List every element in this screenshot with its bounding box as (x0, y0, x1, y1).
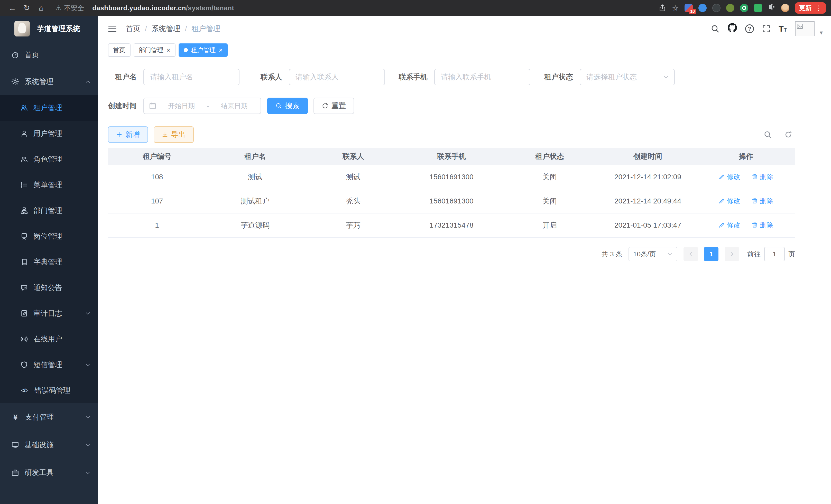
status-select[interactable]: 请选择租户状态 (580, 69, 675, 85)
browser-reload-icon[interactable]: ↻ (20, 0, 34, 16)
search-button-label: 搜索 (285, 101, 299, 111)
cell-contact: 芋艿 (304, 213, 402, 237)
font-size-icon[interactable]: T T (779, 25, 787, 32)
extension-adblock-icon[interactable]: 10 (685, 4, 693, 12)
sidebar-item-online-users[interactable]: 在线用户 (0, 326, 98, 352)
breadcrumb-system[interactable]: 系统管理 (152, 24, 180, 34)
hide-search-icon[interactable] (761, 128, 774, 141)
prev-page-button[interactable] (684, 247, 698, 261)
end-date-input[interactable]: 结束日期 (213, 101, 255, 111)
export-button[interactable]: 导出 (154, 126, 194, 143)
delete-link[interactable]: 删除 (752, 221, 773, 230)
date-range-picker[interactable]: 开始日期 - 结束日期 (143, 98, 261, 114)
edit-link[interactable]: 修改 (719, 221, 740, 230)
extension-dark-icon[interactable] (712, 4, 720, 12)
sidebar-item-system[interactable]: 系统管理 (0, 68, 98, 95)
goto-page-input[interactable] (764, 247, 785, 261)
fullscreen-icon[interactable] (762, 25, 770, 33)
page-number-current[interactable]: 1 (704, 247, 718, 261)
extensions-puzzle-icon[interactable] (768, 3, 775, 13)
tab-dept[interactable]: 部门管理 × (134, 43, 175, 57)
chevron-up-icon (85, 79, 91, 85)
calendar-icon (149, 102, 156, 110)
contact-input[interactable] (289, 69, 385, 85)
sidebar-item-dev-tools[interactable]: 研发工具 (0, 459, 98, 486)
browser-back-icon[interactable]: ← (5, 0, 20, 16)
sidebar-toggle-icon[interactable] (108, 25, 117, 33)
download-icon (162, 131, 168, 138)
column-header-contact: 联系人 (304, 148, 402, 165)
next-page-button[interactable] (725, 247, 739, 261)
delete-link[interactable]: 删除 (752, 197, 773, 206)
sidebar-item-home[interactable]: 首页 (0, 41, 98, 68)
user-avatar[interactable] (795, 21, 814, 36)
table-row: 108 测试 测试 15601691300 关闭 2021-12-14 21:0… (108, 165, 795, 189)
sidebar-item-infrastructure[interactable]: 基础设施 (0, 431, 98, 459)
users-icon (21, 156, 28, 163)
reset-button[interactable]: 重置 (314, 98, 354, 114)
sidebar-item-label: 基础设施 (25, 440, 79, 450)
share-icon[interactable] (659, 4, 666, 12)
sidebar-item-tenant[interactable]: 租户管理 (0, 95, 98, 121)
sidebar-item-menu[interactable]: 菜单管理 (0, 172, 98, 198)
browser-update-button[interactable]: 更新 ⋮ (795, 2, 826, 13)
edit-link[interactable]: 修改 (719, 197, 740, 206)
trash-icon (752, 198, 758, 204)
close-icon[interactable]: × (219, 47, 223, 53)
table-row: 1 芋道源码 芋艿 17321315478 开启 2021-01-05 17:0… (108, 213, 795, 237)
toolbar-right-icons (761, 128, 795, 141)
sidebar-item-label: 系统管理 (25, 77, 79, 87)
address-bar[interactable]: dashboard.yudao.iocoder.cn /system/tenan… (92, 4, 652, 12)
delete-link[interactable]: 删除 (752, 172, 773, 181)
sidebar-item-dict[interactable]: 字典管理 (0, 249, 98, 275)
breadcrumb-home[interactable]: 首页 (126, 24, 140, 34)
sidebar-item-sms[interactable]: 短信管理 (0, 352, 98, 378)
app-logo[interactable]: 芋道管理系统 (0, 16, 98, 41)
page-size-select[interactable]: 10条/页 (629, 247, 677, 261)
tab-tenant-active[interactable]: 租户管理 × (179, 43, 228, 57)
tab-home[interactable]: 首页 (108, 43, 131, 57)
url-path: /system/tenant (186, 4, 234, 12)
sidebar-item-post[interactable]: 岗位管理 (0, 224, 98, 249)
refresh-table-icon[interactable] (782, 128, 795, 141)
sidebar-item-error-code[interactable]: </> 错误码管理 (0, 378, 98, 403)
bookmark-star-icon[interactable]: ☆ (672, 4, 679, 12)
sidebar-item-payment[interactable]: ¥ 支付管理 (0, 403, 98, 431)
extension-green-icon[interactable] (740, 4, 748, 12)
table-header-row: 租户编号 租户名 联系人 联系手机 租户状态 创建时间 操作 (108, 148, 795, 165)
profile-avatar[interactable] (781, 4, 790, 12)
app-title: 芋道管理系统 (37, 24, 80, 34)
users-icon (21, 104, 28, 112)
sidebar-item-notice[interactable]: 通知公告 (0, 275, 98, 301)
extension-green-square-icon[interactable] (754, 4, 762, 12)
active-dot (184, 48, 188, 52)
caret-down-icon[interactable]: ▾ (820, 29, 823, 36)
search-button[interactable]: 搜索 (267, 98, 308, 114)
extension-pin-icon[interactable] (698, 4, 707, 12)
extension-olive-icon[interactable] (726, 4, 735, 12)
chevron-down-icon (85, 414, 91, 420)
sidebar-item-dept[interactable]: 部门管理 (0, 198, 98, 224)
edit-link[interactable]: 修改 (719, 172, 740, 181)
help-icon[interactable]: ? (745, 24, 754, 33)
start-date-input[interactable]: 开始日期 (160, 101, 203, 111)
filter-tenant-name: 租户名 (108, 69, 239, 85)
phone-input[interactable] (434, 69, 531, 85)
sidebar-item-audit-log[interactable]: 审计日志 (0, 301, 98, 326)
browser-home-icon[interactable]: ⌂ (34, 0, 48, 16)
range-separator: - (207, 102, 209, 110)
search-icon[interactable] (711, 24, 719, 33)
close-icon[interactable]: × (167, 47, 170, 53)
sidebar-item-role[interactable]: 角色管理 (0, 146, 98, 172)
sidebar-item-label: 短信管理 (33, 360, 79, 369)
github-icon[interactable] (728, 23, 737, 34)
warning-icon: ⚠ (56, 4, 61, 12)
add-button[interactable]: 新增 (108, 126, 148, 143)
sidebar-item-user[interactable]: 用户管理 (0, 121, 98, 146)
site-security-indicator[interactable]: ⚠ 不安全 (56, 4, 84, 12)
cell-id: 108 (108, 165, 206, 189)
filter-create-time: 创建时间 开始日期 - 结束日期 (108, 98, 261, 114)
tab-label: 部门管理 (139, 46, 164, 54)
main-area: 首页 / 系统管理 / 租户管理 ? T T (98, 16, 831, 504)
tenant-name-input[interactable] (143, 69, 239, 85)
